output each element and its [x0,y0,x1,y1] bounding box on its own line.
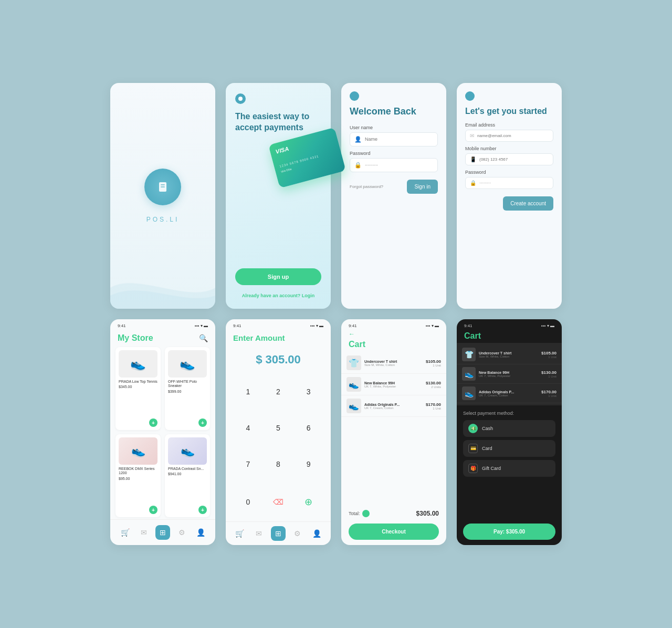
mobile-input-row: 📱 [465,153,553,165]
settings-nav-icon[interactable]: ⚙ [174,525,189,540]
add-to-cart-button[interactable]: + [149,418,158,427]
item-detail: UK 7, White, Polyester [364,385,423,388]
messages-nav-icon[interactable]: ✉ [251,526,266,541]
email-input[interactable] [477,133,549,138]
gift-card-label: Gift Card [482,466,501,471]
item-price: $105.00 [541,351,556,355]
reg-password-input[interactable] [479,181,549,185]
product-item: PRADA Low Top Tennis $345.00 + [116,347,161,430]
create-account-button[interactable]: Create account [503,196,553,211]
card-label: Card [482,446,492,451]
password-input[interactable] [365,162,433,168]
item-name: Undercover T shirt [364,360,423,363]
password-input-row: 🔒 [350,158,438,172]
numpad-6[interactable]: 6 [293,410,323,446]
forgot-row: Forgot password? Sign in [350,180,438,194]
cart-title: Cart [341,339,446,352]
card-payment-option[interactable]: 💳 Card [463,440,555,457]
numpad: 1 2 3 4 5 6 7 8 9 0 ⌫ ⊕ [226,374,331,521]
item-image: 👕 [462,348,476,361]
store-title: My Store [118,333,153,343]
gift-card-payment-option[interactable]: 🎁 Gift Card [463,460,555,477]
cash-payment-option[interactable]: 💵 Cash [463,420,555,437]
cart-nav-icon[interactable]: 🛒 [118,525,132,540]
cart-item: 👟 New Balance 99H UK 7, White, Polyester… [341,374,446,395]
forgot-password-link[interactable]: Forgot password? [350,184,383,189]
pos-nav-icon[interactable]: ⊞ [155,525,170,540]
visa-label: VISA [275,134,332,155]
back-arrow-icon[interactable]: ← [341,329,446,339]
app-grid: POS.LI The easiest way to accept payment… [89,62,583,566]
item-price-col: $130.00 2 Units [426,381,441,389]
total-indicator [362,510,370,517]
item-price: $105.00 [426,359,441,364]
logo-icon [155,179,171,195]
products-grid: PRADA Low Top Tennis $345.00 + OFF-WHITE… [110,347,215,517]
item-detail: Size M, White, Cotton [479,355,538,358]
item-price: $130.00 [541,370,556,375]
pos-nav-icon[interactable]: ⊞ [271,526,286,541]
item-info: New Balance 99H UK 7, White, Polyester [479,371,538,378]
store-card: 9:41 ▪▪▪ ▾ ▬ My Store 🔍 PRADA Low Top Te… [110,319,215,545]
numpad-7[interactable]: 7 [233,446,263,482]
signup-button[interactable]: Sign up [235,268,321,285]
time: 9:41 [233,323,242,328]
item-info: Undercover T shirt Size M, White, Cotton [479,351,538,358]
messages-nav-icon[interactable]: ✉ [136,525,151,540]
product-image: 👟 [168,437,207,465]
username-input[interactable] [365,137,433,142]
cart-item: 👕 Undercover T shirt Size M, White, Cott… [341,352,446,374]
status-bar: 9:41 ▪▪▪ ▾ ▬ [341,319,446,329]
add-to-cart-button[interactable]: + [149,506,158,514]
numpad-backspace[interactable]: ⌫ [264,483,293,521]
add-to-cart-button[interactable]: + [198,506,207,514]
status-bar: 9:41 ▪▪▪ ▾ ▬ [457,319,562,329]
cart-nav-icon[interactable]: 🛒 [232,526,247,541]
numpad-add[interactable]: ⊕ [293,483,323,521]
product-image: 👟 [119,437,158,465]
app-dot-icon [235,93,246,104]
search-icon[interactable]: 🔍 [199,334,208,342]
item-qty: 1 Unit [541,394,556,397]
signin-button[interactable]: Sign in [407,180,438,194]
profile-nav-icon[interactable]: 👤 [193,525,208,540]
add-to-cart-button[interactable]: + [198,418,207,427]
signal-battery: ▪▪▪ ▾ ▬ [195,323,208,328]
numpad-8[interactable]: 8 [264,446,293,482]
cart-items-dark: 👕 Undercover T shirt Size M, White, Cott… [457,343,562,405]
signal-battery: ▪▪▪ ▾ ▬ [541,323,554,328]
time: 9:41 [464,323,472,328]
product-name: PRADA Contrast Sn... [168,467,207,471]
amount-card: 9:41 ▪▪▪ ▾ ▬ Enter Amount $ 305.00 1 2 3… [226,319,331,545]
profile-nav-icon[interactable]: 👤 [310,526,324,541]
email-icon: ✉ [470,133,474,139]
numpad-4[interactable]: 4 [233,410,263,446]
numpad-5[interactable]: 5 [264,410,293,446]
numpad-3[interactable]: 3 [293,374,323,410]
checkout-button[interactable]: Checkout [349,524,439,540]
item-qty: 2 Units [426,385,441,389]
item-info: Adidas Originals P... UK 7, Cream, Cotto… [479,390,538,397]
numpad-9[interactable]: 9 [293,446,323,482]
item-info: New Balance 99H UK 7, White, Polyester [364,381,423,388]
item-image: 👟 [346,399,361,413]
username-label: User name [350,125,438,130]
register-headline: Let's get you started [465,106,553,117]
store-header: My Store 🔍 [110,330,215,347]
payments-card: The easiest way to accept payments VISA … [226,83,331,309]
item-qty: 1 Unit [426,364,441,367]
settings-nav-icon[interactable]: ⚙ [290,526,305,541]
phone-icon: 📱 [470,156,476,162]
item-detail: UK 7, White, Polyester [479,374,538,378]
item-info: Undercover T shirt Size M, White, Cotton [364,360,423,367]
product-price: $345.00 [119,385,158,389]
item-price: $170.00 [541,390,556,394]
mobile-input[interactable] [479,157,549,162]
product-image [119,350,158,378]
numpad-2[interactable]: 2 [264,374,293,410]
numpad-1[interactable]: 1 [233,374,263,410]
pay-button[interactable]: Pay: $305.00 [463,524,555,540]
svg-rect-1 [161,184,165,185]
total-row: Total: $305.00 [341,506,446,521]
numpad-0[interactable]: 0 [233,483,263,521]
